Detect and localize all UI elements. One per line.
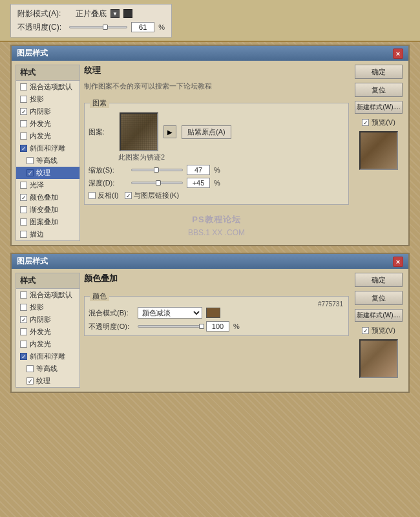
d2-style-cb-4[interactable] — [20, 341, 27, 348]
reset-button-1[interactable]: 复位 — [355, 83, 403, 97]
top-strip: 附影模式(A): 正片叠底 ▼ 不透明度(C): 61 % — [0, 0, 420, 42]
d2-style-item-4[interactable]: 内发光 — [16, 338, 79, 350]
d2-style-item-5[interactable]: ✓ 斜面和浮雕 — [16, 350, 79, 363]
style-cb-6[interactable] — [26, 157, 34, 164]
style-item-5[interactable]: ✓ 斜面和浮雕 — [16, 142, 79, 154]
style-cb-10[interactable] — [20, 206, 27, 213]
d2-style-label-5: 斜面和浮雕 — [30, 352, 65, 361]
d2-style-item-2[interactable]: ✓ 内阴影 — [16, 313, 79, 326]
d2-style-cb-0[interactable] — [20, 291, 27, 299]
d2-style-item-1[interactable]: 投影 — [16, 301, 79, 313]
preview-checkbox-2[interactable]: ✓ — [362, 327, 369, 334]
color-swatch-2[interactable] — [206, 308, 220, 318]
blend-select-2[interactable]: 颜色减淡 — [138, 307, 202, 319]
blend-mode-swatch[interactable] — [123, 9, 132, 18]
invert-checkbox[interactable] — [89, 192, 96, 199]
blend-mode-arrow[interactable]: ▼ — [110, 9, 120, 18]
depth-slider[interactable] — [131, 182, 183, 184]
opacity-thumb-2[interactable] — [199, 324, 204, 329]
scale-slider[interactable] — [131, 169, 183, 171]
section-desc-1: 制作图案不会的亲可以搜索一下论坛教程 — [84, 81, 349, 91]
style-item-6[interactable]: 等高线 — [16, 154, 79, 167]
dialog-2-close-button[interactable]: × — [393, 257, 403, 267]
style-label-7: 纹理 — [36, 168, 50, 178]
style-item-7[interactable]: ✓ 纹理 — [16, 167, 79, 179]
link-option: ✓ 与图层链接(K) — [125, 191, 179, 200]
dialog-1-close-button[interactable]: × — [393, 48, 403, 59]
group-box-title: 图素 — [90, 98, 109, 108]
layer-style-dialog-2: 图层样式 × 样式 混合选项默认 投影 ✓ 内阴影 外发光 — [10, 253, 410, 393]
new-style-button-1[interactable]: 新建样式(W).... — [355, 101, 403, 114]
d2-style-item-6[interactable]: 等高线 — [16, 363, 79, 375]
opacity-label: 不透明度(C): — [17, 22, 69, 33]
style-item-8[interactable]: 光泽 — [16, 179, 79, 191]
style-cb-1[interactable] — [20, 96, 27, 103]
d2-style-item-3[interactable]: 外发光 — [16, 326, 79, 338]
opacity-slider[interactable] — [69, 26, 127, 28]
preview-image-2 — [361, 341, 397, 377]
d2-style-item-7[interactable]: ✓ 纹理 — [16, 375, 79, 387]
confirm-button-2[interactable]: 确定 — [355, 273, 403, 287]
texture-preview[interactable] — [120, 112, 158, 151]
watermark-1: PS教程论坛 — [84, 214, 349, 226]
opacity-unit: % — [158, 23, 165, 31]
style-item-1[interactable]: 投影 — [16, 93, 79, 105]
d2-style-cb-2[interactable]: ✓ — [20, 316, 27, 323]
opacity-slider-2[interactable] — [138, 325, 202, 328]
dialog-2-middle: 颜色叠加 颜色 #775731 混合模式(B): 颜色减淡 不透明度(O): 1 — [84, 273, 349, 388]
opacity-thumb[interactable] — [103, 25, 108, 30]
depth-value[interactable]: +45 — [187, 178, 210, 188]
scale-thumb[interactable] — [154, 167, 159, 173]
color-section-title: 颜色叠加 — [84, 273, 349, 284]
dialog-2-right: 确定 复位 新建样式(W).... ✓ 预览(V) — [353, 273, 404, 388]
depth-unit: % — [214, 179, 220, 187]
style-item-4[interactable]: 内发光 — [16, 130, 79, 142]
style-label-10: 渐变叠加 — [30, 205, 58, 215]
d2-style-label-3: 外发光 — [30, 327, 51, 337]
d2-style-cb-6[interactable] — [26, 365, 34, 372]
style-item-9[interactable]: ✓ 颜色叠加 — [16, 191, 79, 204]
style-cb-5[interactable]: ✓ — [20, 145, 27, 152]
d2-style-item-0[interactable]: 混合选项默认 — [16, 289, 79, 301]
depth-thumb[interactable] — [156, 180, 161, 185]
style-item-0[interactable]: 混合选项默认 — [16, 81, 79, 93]
blend-mode-controls: 正片叠底 ▼ — [76, 8, 132, 19]
style-item-2[interactable]: ✓ 内阴影 — [16, 105, 79, 118]
preview-checkbox-1[interactable]: ✓ — [362, 119, 369, 126]
link-checkbox[interactable]: ✓ — [125, 192, 132, 199]
style-cb-12[interactable] — [20, 231, 27, 238]
preview-box-2 — [359, 339, 398, 378]
style-cb-2[interactable]: ✓ — [20, 108, 27, 115]
d2-style-cb-7[interactable]: ✓ — [26, 377, 34, 385]
dialog-2-titlebar: 图层样式 × — [12, 254, 408, 269]
style-cb-9[interactable]: ✓ — [20, 194, 27, 201]
scale-value[interactable]: 47 — [187, 165, 210, 175]
style-cb-11[interactable] — [20, 218, 27, 226]
scale-row: 缩放(S): 47 % — [89, 165, 344, 175]
style-label-11: 图案叠加 — [30, 217, 58, 227]
style-item-10[interactable]: 渐变叠加 — [16, 204, 79, 216]
style-item-12[interactable]: 描边 — [16, 228, 79, 240]
d2-style-label-7: 纹理 — [36, 376, 50, 386]
dialog-1-styles-panel: 样式 混合选项默认 投影 ✓ 内阴影 外发光 内发光 ✓ — [16, 65, 80, 241]
confirm-button-1[interactable]: 确定 — [355, 65, 403, 79]
opacity-value-2[interactable]: 100 — [206, 321, 229, 332]
new-style-button-2[interactable]: 新建样式(W).... — [355, 309, 403, 322]
reset-button-2[interactable]: 复位 — [355, 291, 403, 305]
opacity-value[interactable]: 61 — [131, 22, 154, 32]
d2-style-cb-3[interactable] — [20, 328, 27, 335]
style-cb-0[interactable] — [20, 83, 27, 90]
style-cb-3[interactable] — [20, 120, 27, 127]
style-cb-4[interactable] — [20, 132, 27, 140]
texture-arrow-btn[interactable]: ▶ — [163, 125, 176, 138]
style-item-11[interactable]: 图案叠加 — [16, 216, 79, 228]
d2-style-cb-1[interactable] — [20, 304, 27, 311]
style-cb-7[interactable]: ✓ — [26, 169, 34, 176]
style-cb-8[interactable] — [20, 182, 27, 189]
style-item-3[interactable]: 外发光 — [16, 118, 79, 130]
opacity-row-2: 不透明度(O): 100 % — [89, 321, 344, 332]
dialog-2-title: 图层样式 — [17, 256, 48, 267]
snap-origin-button[interactable]: 贴紧原点(A) — [182, 125, 231, 139]
d2-style-cb-5[interactable]: ✓ — [20, 353, 27, 360]
opacity-unit-2: % — [233, 322, 240, 330]
